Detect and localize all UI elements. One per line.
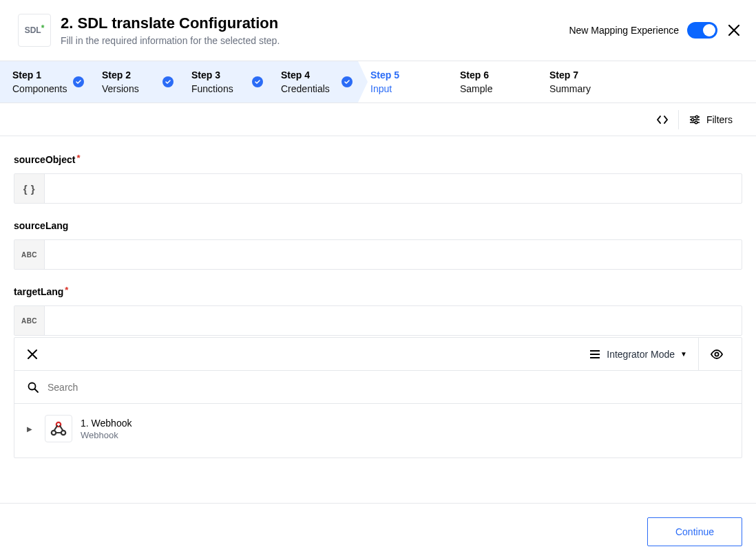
step-title: Step 5 (370, 69, 432, 80)
picker-item-text: 1. Webhook Webhook (81, 418, 132, 440)
webhook-icon (45, 415, 72, 442)
required-marker: * (76, 153, 80, 163)
eye-icon (710, 347, 724, 361)
input-wrapper: ABC (14, 305, 742, 336)
picker-search (14, 371, 742, 404)
field-sourceLang: sourceLang ABC (14, 220, 742, 270)
step-title: Step 2 (102, 69, 164, 80)
required-marker: * (65, 285, 68, 295)
picker-item-webhook[interactable]: ▶ 1. Webhook Webhook (27, 415, 729, 442)
input-wrapper: { } (14, 173, 742, 204)
mapping-experience-toggle[interactable] (687, 22, 717, 39)
type-badge-object: { } (14, 174, 45, 203)
form-area: sourceObject * { } sourceLang ABC target… (0, 136, 756, 458)
field-label: sourceLang (14, 220, 742, 231)
check-icon (342, 76, 353, 87)
svg-point-1 (691, 118, 694, 121)
search-icon (27, 381, 39, 394)
step-title: Step 7 (549, 69, 611, 80)
step-sub: Input (370, 83, 432, 94)
step-versions[interactable]: Step 2 Versions (90, 61, 179, 103)
sourceLang-input[interactable] (45, 240, 742, 269)
check-icon (162, 76, 174, 87)
mode-label: Integrator Mode (607, 349, 675, 360)
step-sub: Versions (102, 83, 164, 94)
list-icon (589, 348, 601, 360)
step-credentials[interactable]: Step 4 Credentials (269, 61, 358, 103)
header: SDL* 2. SDL translate Configuration Fill… (0, 0, 756, 61)
code-icon (656, 114, 669, 126)
check-icon (252, 76, 263, 87)
toggle-knob (703, 24, 715, 36)
step-title: Step 6 (460, 69, 522, 80)
step-title: Step 3 (191, 69, 253, 80)
svg-rect-5 (590, 357, 600, 358)
code-toggle-button[interactable] (647, 103, 678, 136)
picker-item-subtitle: Webhook (81, 430, 132, 440)
svg-point-2 (695, 121, 697, 124)
page-subtitle: Fill in the required information for the… (61, 35, 559, 46)
picker-search-input[interactable] (48, 382, 729, 393)
svg-rect-3 (590, 350, 600, 352)
footer: Continue (0, 503, 756, 560)
field-label: targetLang * (14, 286, 742, 297)
check-icon (73, 76, 84, 87)
sourceObject-input[interactable] (45, 174, 742, 203)
mapping-experience-label: New Mapping Experience (569, 25, 679, 36)
mode-selector[interactable]: Integrator Mode ▼ (578, 338, 698, 370)
svg-point-6 (715, 352, 718, 356)
step-sub: Credentials (281, 83, 343, 94)
picker-close-icon[interactable] (27, 349, 38, 360)
step-sub: Components (12, 83, 74, 94)
svg-rect-4 (590, 354, 600, 355)
step-sub: Sample (460, 83, 522, 94)
picker-item-title: 1. Webhook (81, 418, 132, 429)
filters-label: Filters (706, 114, 733, 125)
field-sourceObject: sourceObject * { } (14, 154, 742, 204)
step-sub: Summary (549, 83, 611, 94)
expand-caret-icon[interactable]: ▶ (27, 425, 36, 433)
sliders-icon (689, 114, 701, 126)
step-sub: Functions (191, 83, 253, 94)
step-components[interactable]: Step 1 Components (0, 61, 90, 103)
step-title: Step 1 (12, 69, 74, 80)
picker-header: Integrator Mode ▼ (14, 338, 742, 371)
close-icon[interactable] (726, 22, 742, 39)
logo-star: * (41, 23, 45, 33)
field-label: sourceObject * (14, 154, 742, 165)
svg-point-0 (695, 116, 698, 118)
sdl-logo: SDL* (18, 14, 51, 47)
value-picker: Integrator Mode ▼ ▶ (14, 337, 742, 458)
step-input[interactable]: Step 5 Input (358, 61, 448, 103)
logo-text: SDL (25, 25, 41, 35)
step-functions[interactable]: Step 3 Functions (179, 61, 269, 103)
field-targetLang: targetLang * ABC Integrator Mo (14, 286, 742, 458)
picker-body: ▶ 1. Webhook Webhook (14, 404, 742, 457)
preview-button[interactable] (698, 338, 729, 370)
chevron-down-icon: ▼ (680, 350, 687, 358)
type-badge-string: ABC (14, 240, 45, 269)
step-summary[interactable]: Step 7 Summary (537, 61, 627, 103)
step-title: Step 4 (281, 69, 343, 80)
title-block: 2. SDL translate Configuration Fill in t… (61, 14, 559, 46)
step-sample[interactable]: Step 6 Sample (448, 61, 537, 103)
stepper: Step 1 Components Step 2 Versions Step 3… (0, 61, 756, 103)
page-title: 2. SDL translate Configuration (61, 14, 559, 32)
filters-button[interactable]: Filters (679, 103, 742, 136)
type-badge-string: ABC (14, 306, 45, 335)
header-right: New Mapping Experience (569, 22, 742, 39)
targetLang-input[interactable] (45, 306, 742, 335)
input-wrapper: ABC (14, 239, 742, 270)
toolbar: Filters (0, 103, 756, 136)
continue-button[interactable]: Continue (647, 517, 742, 546)
